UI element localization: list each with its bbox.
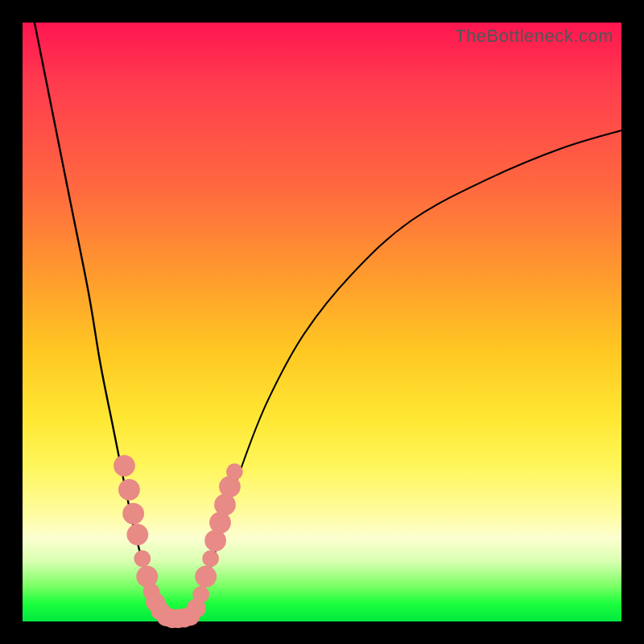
marker-dot	[192, 586, 209, 603]
plot-area: TheBottleneck.com	[23, 23, 621, 621]
curve-right-curve	[190, 130, 621, 618]
marker-dot	[122, 503, 144, 525]
marker-group	[114, 455, 243, 628]
marker-dot	[209, 512, 231, 534]
marker-dot	[226, 464, 243, 481]
series-group	[35, 23, 621, 621]
marker-dot	[114, 455, 135, 477]
marker-dot	[202, 550, 219, 567]
marker-dot	[134, 550, 151, 567]
chart-svg	[23, 23, 621, 621]
marker-dot	[195, 566, 217, 588]
marker-dot	[214, 494, 236, 516]
chart-frame: TheBottleneck.com	[0, 0, 644, 644]
marker-dot	[126, 524, 148, 546]
marker-dot	[204, 530, 226, 551]
marker-dot	[118, 479, 140, 501]
